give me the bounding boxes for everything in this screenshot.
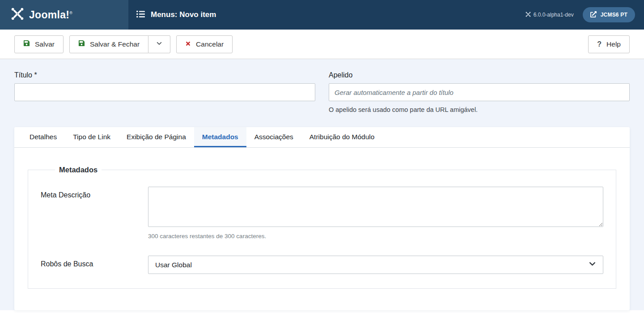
- title-label: Título *: [14, 71, 315, 79]
- save-dropdown-toggle[interactable]: [148, 35, 170, 53]
- tab-bar: Detalhes Tipo de Link Exibição de Página…: [14, 127, 630, 148]
- save-button-label: Salvar: [35, 40, 55, 48]
- alias-input[interactable]: [329, 83, 630, 101]
- chevron-down-icon: [156, 40, 162, 48]
- alias-help-text: O apelido será usado como parte da URL a…: [329, 106, 630, 113]
- cancel-button[interactable]: Cancelar: [176, 35, 233, 53]
- menu-list-icon: [136, 10, 145, 20]
- title-field-group: Título *: [14, 71, 315, 113]
- save-close-icon: [78, 40, 85, 48]
- joomla-logo-icon: [11, 7, 24, 22]
- edit-card: Detalhes Tipo de Link Exibição de Página…: [14, 127, 630, 310]
- main-content: Título * Apelido O apelido será usado co…: [0, 59, 644, 310]
- tab-exibicao-de-pagina[interactable]: Exibição de Página: [119, 127, 194, 147]
- meta-description-textarea[interactable]: [148, 187, 603, 227]
- alias-field-group: Apelido O apelido será usado como parte …: [329, 71, 630, 113]
- cancel-x-icon: [185, 40, 191, 48]
- preview-site-button[interactable]: JCMS6 PT: [583, 7, 635, 22]
- tab-associacoes[interactable]: Associações: [246, 127, 301, 147]
- help-button[interactable]: ? Help: [588, 35, 630, 53]
- robots-select[interactable]: Usar Global: [148, 256, 603, 274]
- metadata-legend: Metadados: [55, 166, 102, 174]
- help-button-label: Help: [606, 40, 621, 48]
- tab-detalhes[interactable]: Detalhes: [21, 127, 65, 147]
- page-title: Menus: Novo item: [151, 10, 216, 19]
- save-icon: [23, 40, 30, 48]
- robots-row: Robôs de Busca Usar Global: [41, 256, 603, 274]
- joomla-logo-text: Joomla!®: [29, 9, 72, 21]
- meta-description-row: Meta Descrição 300 caracteres restantes …: [41, 187, 603, 239]
- joomla-logo[interactable]: Joomla!®: [0, 0, 128, 30]
- tab-atribuicao-do-modulo[interactable]: Atribuição do Módulo: [301, 127, 383, 147]
- tab-tipo-de-link[interactable]: Tipo de Link: [65, 127, 119, 147]
- robots-select-value: Usar Global: [155, 261, 192, 269]
- title-input[interactable]: [14, 83, 315, 101]
- help-icon: ?: [597, 40, 602, 48]
- version-label: 6.0.0-alpha1-dev: [525, 12, 574, 18]
- select-chevron-down-icon: [589, 260, 596, 269]
- external-link-icon: [590, 11, 597, 19]
- app-header: Joomla!® Menus: Novo item 6.0.0-alpha1-d…: [0, 0, 644, 30]
- char-counter: 300 caracteres restantes de 300 caracter…: [148, 233, 603, 239]
- alias-label: Apelido: [329, 71, 630, 79]
- save-close-button-label: Salvar & Fechar: [90, 40, 140, 48]
- robots-label: Robôs de Busca: [41, 256, 148, 274]
- metadata-fieldset: Metadados Meta Descrição 300 caracteres …: [28, 166, 616, 289]
- version-icon: [525, 12, 531, 18]
- save-close-button[interactable]: Salvar & Fechar: [69, 35, 148, 53]
- save-close-button-group: Salvar & Fechar: [69, 35, 170, 53]
- tab-metadados[interactable]: Metadados: [194, 127, 246, 147]
- meta-description-label: Meta Descrição: [41, 187, 148, 239]
- tab-panel-metadados: Metadados Meta Descrição 300 caracteres …: [14, 148, 630, 310]
- save-button[interactable]: Salvar: [14, 35, 64, 53]
- cancel-button-label: Cancelar: [196, 40, 224, 48]
- toolbar: Salvar Salvar & Fechar Cancelar ? Help: [0, 30, 644, 59]
